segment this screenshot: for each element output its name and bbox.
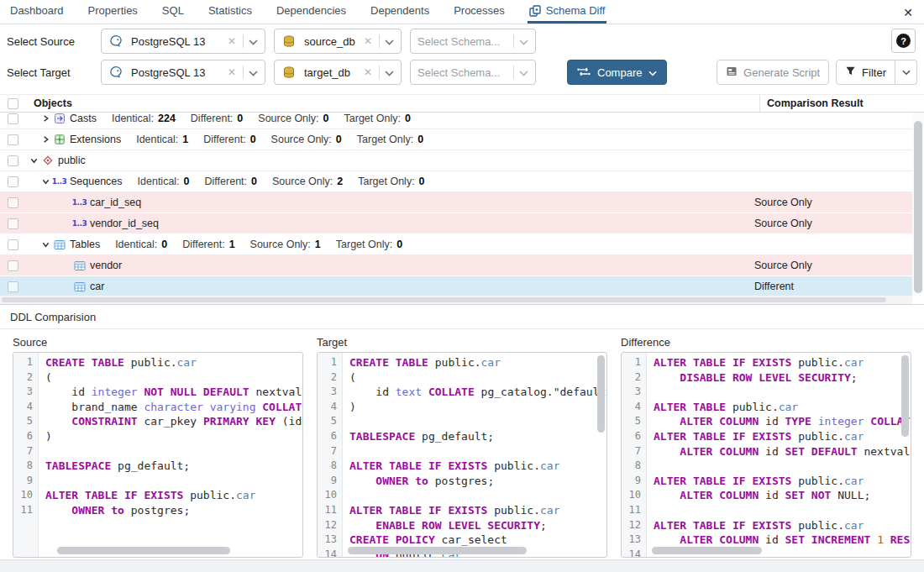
stat-source-only: Source Only:1 bbox=[250, 239, 321, 250]
compare-button[interactable]: Compare bbox=[567, 60, 667, 85]
line-number: 6 bbox=[318, 429, 343, 444]
scrollbar-thumb[interactable] bbox=[914, 121, 922, 293]
objects-row-vendor-id-seq[interactable]: 1..3vendor_id_seqSource Only bbox=[0, 213, 912, 234]
line-number: 1 bbox=[318, 355, 343, 370]
tab-dashboard[interactable]: Dashboard bbox=[8, 0, 66, 24]
close-icon[interactable]: ✕ bbox=[900, 5, 916, 20]
code-line: 9ALTER TABLE IF EXISTS public.car bbox=[622, 474, 911, 489]
vertical-scrollbar-thumb[interactable] bbox=[597, 355, 605, 433]
code-line: 5 CONSTRAINT car_pkey PRIMARY KEY (id) bbox=[13, 414, 302, 429]
collapse-chevron-icon[interactable] bbox=[39, 238, 52, 251]
target-schema-placeholder: Select Schema... bbox=[417, 66, 508, 79]
objects-row-extensions[interactable]: ExtensionsIdentical:1Different:0Source O… bbox=[0, 129, 912, 150]
chevron-down-icon[interactable] bbox=[385, 34, 394, 49]
row-checkbox[interactable] bbox=[8, 113, 18, 124]
filter-button[interactable]: Filter bbox=[836, 60, 895, 85]
clear-icon[interactable]: ✕ bbox=[362, 35, 374, 47]
row-checkbox[interactable] bbox=[8, 260, 18, 271]
filter-dropdown-button[interactable] bbox=[895, 60, 917, 85]
source-server-select[interactable]: PostgreSQL 13 ✕ bbox=[101, 29, 265, 54]
row-checkbox[interactable] bbox=[8, 134, 18, 145]
horizontal-scrollbar-thumb[interactable] bbox=[57, 547, 230, 554]
select-all-checkbox[interactable] bbox=[8, 98, 18, 109]
row-checkbox[interactable] bbox=[8, 176, 18, 187]
target-server-select[interactable]: PostgreSQL 13 ✕ bbox=[101, 60, 265, 85]
chevron-down-icon[interactable] bbox=[519, 34, 528, 49]
comparison-stats: Identical:1Different:0Source Only:0Targe… bbox=[136, 134, 423, 145]
objects-row-car-id-seq[interactable]: 1..3car_id_seqSource Only bbox=[0, 192, 912, 213]
code-line: 5 ALTER COLUMN id TYPE integer COLLATE bbox=[622, 414, 911, 429]
difference-panel-title: Difference bbox=[621, 336, 911, 349]
comparison-result-column-header: Comparison Result bbox=[759, 95, 924, 112]
objects-row-sequences[interactable]: 1..3SequencesIdentical:0Different:0Sourc… bbox=[0, 171, 912, 192]
horizontal-scrollbar-thumb[interactable] bbox=[652, 547, 762, 554]
clear-icon[interactable]: ✕ bbox=[362, 66, 374, 78]
chevron-down-icon[interactable] bbox=[385, 65, 394, 80]
line-number: 1 bbox=[622, 355, 647, 370]
object-name: car_id_seq bbox=[90, 197, 141, 208]
row-checkbox[interactable] bbox=[8, 239, 18, 250]
objects-row-car[interactable]: carDifferent bbox=[0, 276, 912, 296]
source-schema-select[interactable]: Select Schema... bbox=[410, 29, 536, 54]
select-source-label: Select Source bbox=[7, 35, 101, 48]
tab-schema-diff[interactable]: Schema Diff bbox=[528, 0, 607, 24]
target-database-select[interactable]: target_db ✕ bbox=[274, 60, 402, 85]
vertical-scrollbar-thumb[interactable] bbox=[901, 355, 909, 437]
difference-code-panel[interactable]: 1ALTER TABLE IF EXISTS public.car2 DISAB… bbox=[621, 352, 911, 558]
chevron-down-icon[interactable] bbox=[249, 65, 258, 80]
grid-vertical-scrollbar[interactable] bbox=[912, 113, 924, 296]
line-number: 7 bbox=[318, 444, 343, 459]
row-checkbox[interactable] bbox=[8, 281, 18, 292]
select-target-row: Select Target PostgreSQL 13 ✕ target_db … bbox=[0, 59, 924, 86]
row-checkbox[interactable] bbox=[8, 218, 18, 229]
scrollbar-thumb[interactable] bbox=[2, 297, 886, 302]
tab-dependencies[interactable]: Dependencies bbox=[275, 0, 348, 24]
objects-row-tables[interactable]: TablesIdentical:0Different:1Source Only:… bbox=[0, 234, 912, 255]
clear-icon[interactable]: ✕ bbox=[226, 35, 238, 47]
chevron-down-icon[interactable] bbox=[249, 34, 258, 49]
source-schema-placeholder: Select Schema... bbox=[417, 35, 508, 48]
grid-horizontal-scrollbar[interactable] bbox=[0, 296, 912, 304]
expand-chevron-icon[interactable] bbox=[39, 133, 52, 146]
table-icon bbox=[52, 239, 66, 250]
window-footer bbox=[0, 559, 924, 572]
tab-dependents[interactable]: Dependents bbox=[369, 0, 431, 24]
target-code-panel[interactable]: 1CREATE TABLE public.car2(3 id text COLL… bbox=[317, 352, 607, 558]
schema-diff-screen: DashboardPropertiesSQLStatisticsDependen… bbox=[0, 0, 924, 572]
objects-row-casts[interactable]: CastsIdentical:224Different:0Source Only… bbox=[0, 113, 912, 129]
line-number: 7 bbox=[622, 444, 647, 459]
tab-sql[interactable]: SQL bbox=[160, 0, 186, 24]
stat-identical: Identical:1 bbox=[136, 134, 188, 145]
code-line: 13 ALTER COLUMN id SET INCREMENT 1 RESTA… bbox=[622, 533, 911, 548]
collapse-chevron-icon[interactable] bbox=[39, 175, 52, 188]
objects-rows: CastsIdentical:224Different:0Source Only… bbox=[0, 113, 912, 296]
row-checkbox[interactable] bbox=[8, 197, 18, 208]
casts-icon bbox=[52, 113, 66, 124]
divider bbox=[243, 66, 244, 79]
objects-row-vendor[interactable]: vendorSource Only bbox=[0, 255, 912, 276]
database-icon bbox=[281, 34, 296, 48]
help-button[interactable]: ? bbox=[891, 29, 916, 53]
comparison-result: Different bbox=[748, 281, 912, 292]
line-number: 6 bbox=[622, 429, 647, 444]
source-database-select[interactable]: source_db ✕ bbox=[274, 29, 402, 54]
expand-chevron-icon[interactable] bbox=[39, 113, 52, 125]
generate-script-button[interactable]: Generate Script bbox=[717, 60, 829, 85]
row-checkbox[interactable] bbox=[8, 155, 18, 166]
horizontal-scrollbar-thumb[interactable] bbox=[348, 547, 527, 554]
objects-row-public[interactable]: public bbox=[0, 150, 912, 171]
divider bbox=[513, 66, 514, 79]
collapse-chevron-icon[interactable] bbox=[27, 154, 40, 167]
clear-icon[interactable]: ✕ bbox=[226, 66, 238, 78]
code-line: 1CREATE TABLE public.car bbox=[13, 355, 302, 370]
line-number: 2 bbox=[622, 370, 647, 386]
tab-properties[interactable]: Properties bbox=[87, 0, 139, 24]
tab-statistics[interactable]: Statistics bbox=[207, 0, 254, 24]
divider bbox=[243, 34, 244, 48]
stat-target-only: Target Only:0 bbox=[357, 134, 423, 145]
line-number: 10 bbox=[318, 488, 343, 503]
tab-processes[interactable]: Processes bbox=[452, 0, 507, 24]
target-schema-select[interactable]: Select Schema... bbox=[410, 60, 536, 85]
chevron-down-icon[interactable] bbox=[519, 65, 528, 80]
source-code-panel[interactable]: 1CREATE TABLE public.car2(3 id integer N… bbox=[13, 352, 303, 558]
